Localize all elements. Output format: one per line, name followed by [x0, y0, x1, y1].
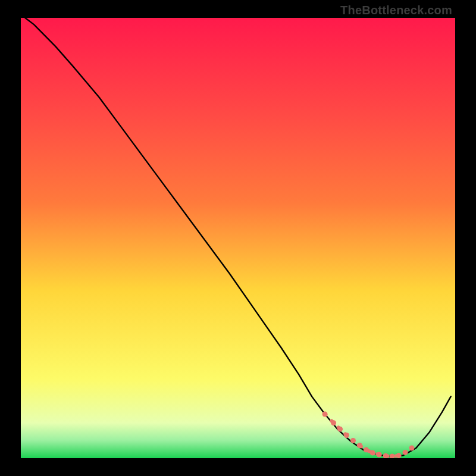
- chart-stage: TheBottleneck.com: [0, 0, 476, 476]
- highlight-marker: [344, 433, 349, 438]
- gradient-background: [21, 18, 455, 458]
- highlight-marker: [322, 412, 328, 417]
- plot-area: [21, 18, 455, 458]
- highlight-marker: [409, 445, 415, 450]
- highlight-marker: [337, 427, 343, 432]
- highlight-marker: [331, 420, 336, 425]
- highlight-marker: [364, 447, 369, 452]
- chart-svg: [21, 18, 455, 458]
- highlight-marker: [396, 453, 402, 458]
- highlight-marker: [377, 452, 382, 458]
- highlight-marker: [357, 443, 362, 448]
- highlight-marker: [370, 450, 375, 456]
- highlight-marker: [403, 450, 408, 455]
- watermark-text: TheBottleneck.com: [340, 4, 452, 17]
- highlight-marker: [350, 438, 356, 443]
